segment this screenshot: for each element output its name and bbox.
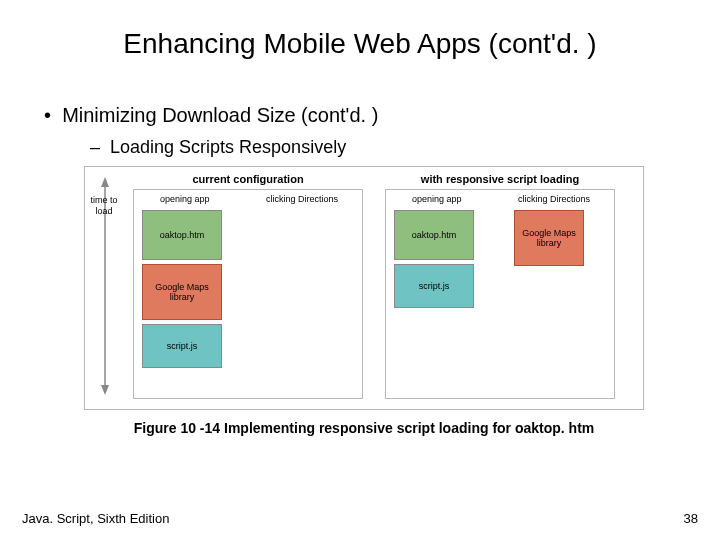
box-oaktop-right: oaktop.htm xyxy=(394,210,474,260)
box-oaktop-left: oaktop.htm xyxy=(142,210,222,260)
box-maps-left: Google Maps library xyxy=(142,264,222,320)
box-maps-right: Google Maps library xyxy=(514,210,584,266)
box-script-left: script.js xyxy=(142,324,222,368)
diagram: time to load current configuration with … xyxy=(84,166,644,410)
svg-marker-2 xyxy=(101,177,109,187)
panel-right: opening app clicking Directions oaktop.h… xyxy=(385,189,615,399)
bullet-2-text: Loading Scripts Responsively xyxy=(110,137,346,157)
panel-left-title: current configuration xyxy=(133,173,363,185)
page-title: Enhancing Mobile Web Apps (cont'd. ) xyxy=(0,0,720,60)
bullet-level-2: – Loading Scripts Responsively xyxy=(90,137,720,158)
bullet-1-text: Minimizing Download Size (cont'd. ) xyxy=(62,104,378,126)
left-col2-label: clicking Directions xyxy=(266,194,338,204)
figure-caption: Figure 10 -14 Implementing responsive sc… xyxy=(84,420,644,436)
bullet-level-1: • Minimizing Download Size (cont'd. ) xyxy=(44,104,720,127)
right-col1-label: opening app xyxy=(412,194,462,204)
right-col2-label: clicking Directions xyxy=(518,194,590,204)
footer-left-text: Java. Script, Sixth Edition xyxy=(22,511,169,526)
svg-marker-1 xyxy=(101,385,109,395)
panel-left: opening app clicking Directions oaktop.h… xyxy=(133,189,363,399)
box-script-right: script.js xyxy=(394,264,474,308)
figure-container: time to load current configuration with … xyxy=(84,166,644,436)
page-number: 38 xyxy=(684,511,698,526)
y-axis-label: time to load xyxy=(89,195,119,217)
panel-right-title: with responsive script loading xyxy=(385,173,615,185)
left-col1-label: opening app xyxy=(160,194,210,204)
